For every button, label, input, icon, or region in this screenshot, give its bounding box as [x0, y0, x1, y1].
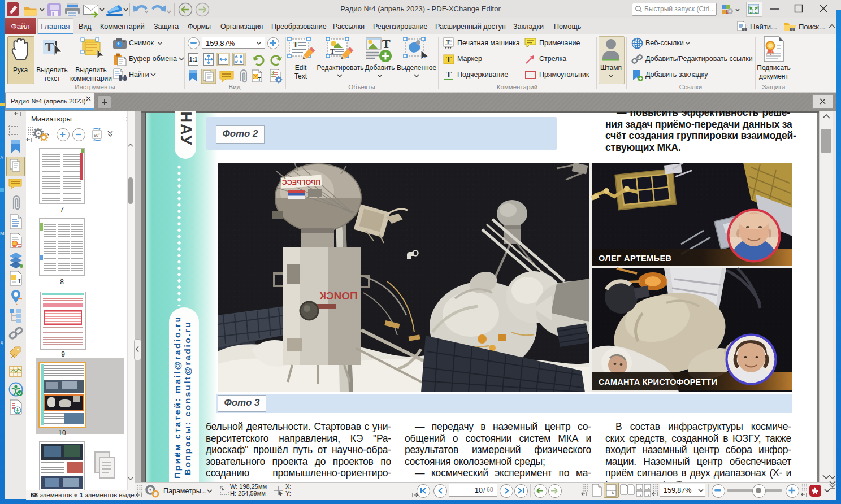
svg-text:90°: 90°	[94, 133, 100, 137]
svg-text:T: T	[446, 55, 452, 64]
svg-text:САМАНТА КРИСТОФОРЕТТИ: САМАНТА КРИСТОФОРЕТТИ	[599, 377, 717, 386]
svg-text:T: T	[293, 40, 298, 49]
svg-text:T: T	[446, 70, 452, 79]
svg-text:ПОИСК: ПОИСК	[319, 290, 358, 302]
svg-text:ПРОГРЕСС: ПРОГРЕСС	[282, 179, 321, 186]
svg-text:1:1: 1:1	[189, 57, 198, 63]
svg-text:T: T	[18, 278, 21, 284]
svg-text:ОЛЕГ АРТЕМЬЕВ: ОЛЕГ АРТЕМЬЕВ	[599, 254, 671, 263]
svg-text:T: T	[45, 40, 54, 54]
svg-text:T: T	[382, 37, 391, 51]
svg-text:T: T	[258, 76, 261, 82]
